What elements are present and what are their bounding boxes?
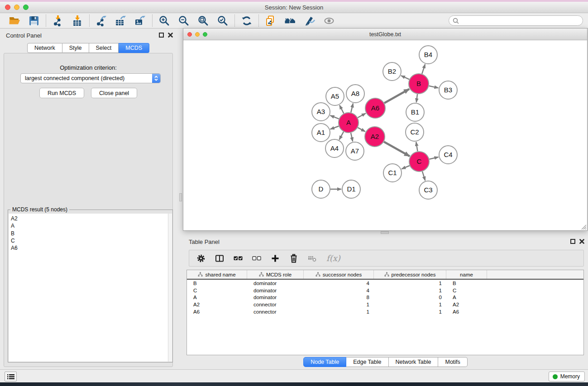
edge-A-A4[interactable] bbox=[339, 132, 344, 140]
network-minimize-button[interactable] bbox=[195, 32, 200, 37]
export-table-icon[interactable] bbox=[115, 15, 127, 27]
close-window-button[interactable] bbox=[5, 5, 10, 10]
node-B3[interactable]: B3 bbox=[439, 81, 457, 99]
node-A8[interactable]: A8 bbox=[346, 85, 364, 103]
column-header-name[interactable]: name bbox=[446, 270, 487, 279]
node-C3[interactable]: C3 bbox=[419, 181, 437, 199]
clone-network-icon[interactable] bbox=[265, 15, 277, 27]
horizontal-splitter-handle[interactable] bbox=[381, 231, 389, 234]
network-graph[interactable]: B4B2BB3A8A5A6A3B1AC2A1A2A4A7C4CC1C3DD1 bbox=[183, 40, 587, 230]
tab-motifs[interactable]: Motifs bbox=[438, 357, 467, 367]
edge-A-A2[interactable] bbox=[358, 128, 365, 132]
run-mcds-button[interactable]: Run MCDS bbox=[39, 88, 84, 98]
float-panel-icon[interactable] bbox=[159, 33, 164, 38]
neighbors-houses-icon[interactable] bbox=[284, 15, 296, 27]
tab-node-table[interactable]: Node Table bbox=[303, 357, 346, 367]
network-close-button[interactable] bbox=[187, 32, 192, 37]
hide-graphics-details-icon[interactable] bbox=[304, 15, 316, 27]
edge-A2-C[interactable] bbox=[384, 142, 410, 156]
node-C2[interactable]: C2 bbox=[406, 123, 424, 141]
zoom-selected-icon[interactable] bbox=[217, 15, 229, 27]
edge-A-A8[interactable] bbox=[351, 103, 353, 112]
result-list-scrollbar[interactable] bbox=[168, 214, 172, 362]
edge-A-A3[interactable] bbox=[330, 115, 339, 119]
node-C4[interactable]: C4 bbox=[439, 146, 457, 164]
node-A[interactable]: A bbox=[339, 113, 359, 133]
node-A4[interactable]: A4 bbox=[325, 139, 344, 157]
search-input[interactable] bbox=[461, 18, 579, 24]
open-file-icon[interactable] bbox=[9, 15, 20, 27]
node-A5[interactable]: A5 bbox=[326, 87, 344, 105]
node-B1[interactable]: B1 bbox=[406, 103, 424, 121]
edge-C-C2[interactable] bbox=[416, 142, 417, 152]
table-row[interactable]: Cdominator41C bbox=[187, 287, 583, 294]
refresh-layout-icon[interactable] bbox=[241, 15, 253, 27]
result-item[interactable]: C bbox=[11, 237, 168, 244]
edge-A-A6[interactable] bbox=[358, 113, 366, 118]
zoom-fit-icon[interactable] bbox=[197, 15, 209, 27]
node-B2[interactable]: B2 bbox=[383, 62, 401, 81]
edge-C-C4[interactable] bbox=[429, 157, 438, 159]
node-A6[interactable]: A6 bbox=[365, 98, 385, 118]
zoom-in-icon[interactable] bbox=[158, 15, 170, 27]
result-item[interactable]: A2 bbox=[11, 215, 168, 222]
vertical-splitter-handle[interactable] bbox=[179, 193, 182, 201]
edge-B-B3[interactable] bbox=[429, 86, 439, 88]
table-row[interactable]: Adominator80A bbox=[187, 294, 583, 301]
network-maximize-button[interactable] bbox=[203, 32, 207, 37]
import-table-icon[interactable] bbox=[72, 15, 83, 27]
tab-style[interactable]: Style bbox=[62, 43, 89, 53]
split-view-icon[interactable] bbox=[215, 254, 224, 263]
edge-B-B4[interactable] bbox=[422, 64, 425, 74]
node-B4[interactable]: B4 bbox=[419, 46, 437, 64]
delete-columns-trash-icon[interactable] bbox=[289, 254, 298, 263]
search-field[interactable] bbox=[449, 15, 583, 26]
float-table-panel-icon[interactable] bbox=[570, 239, 575, 244]
table-row[interactable]: A2connector11A2 bbox=[187, 301, 583, 308]
column-header-successor-nodes[interactable]: successor nodes bbox=[304, 270, 374, 279]
column-header-shared-name[interactable]: shared name bbox=[187, 270, 247, 279]
close-panel-button[interactable]: Close panel bbox=[91, 88, 137, 98]
deselect-all-icon[interactable] bbox=[252, 254, 261, 263]
tab-network-table[interactable]: Network Table bbox=[389, 357, 439, 367]
edge-A-A1[interactable] bbox=[330, 126, 339, 129]
zoom-out-icon[interactable] bbox=[178, 15, 190, 27]
edge-A-A5[interactable] bbox=[339, 105, 344, 114]
memory-button[interactable]: Memory bbox=[549, 372, 585, 381]
edge-A-A7[interactable] bbox=[351, 133, 353, 142]
maximize-window-button[interactable] bbox=[23, 5, 29, 10]
node-B[interactable]: B bbox=[409, 74, 429, 94]
table-row[interactable]: Bdominator41B bbox=[187, 280, 583, 287]
node-D1[interactable]: D1 bbox=[342, 180, 360, 198]
edge-B-B2[interactable] bbox=[401, 76, 409, 79]
import-network-icon[interactable] bbox=[52, 15, 64, 27]
network-canvas[interactable]: B4B2BB3A8A5A6A3B1AC2A1A2A4A7C4CC1C3DD1 bbox=[183, 40, 587, 230]
node-A7[interactable]: A7 bbox=[346, 142, 364, 160]
result-item[interactable]: A6 bbox=[11, 244, 168, 252]
edge-C-C3[interactable] bbox=[422, 172, 425, 181]
network-window-titlebar[interactable]: testGlobe.txt bbox=[183, 29, 587, 40]
node-A3[interactable]: A3 bbox=[312, 103, 330, 121]
save-session-icon[interactable] bbox=[28, 15, 40, 27]
table-row[interactable]: A6connector11A6 bbox=[187, 308, 583, 315]
edge-B-B1[interactable] bbox=[416, 94, 417, 102]
select-all-icon[interactable] bbox=[234, 254, 243, 263]
edge-C-C1[interactable] bbox=[402, 166, 410, 169]
tab-network[interactable]: Network bbox=[27, 43, 62, 53]
export-network-icon[interactable] bbox=[96, 15, 107, 27]
column-header-MCDS-role[interactable]: MCDS role bbox=[247, 270, 304, 279]
export-image-icon[interactable] bbox=[134, 15, 146, 27]
node-C1[interactable]: C1 bbox=[383, 164, 402, 182]
result-item[interactable]: A bbox=[11, 222, 168, 229]
node-C[interactable]: C bbox=[409, 152, 429, 172]
add-column-icon[interactable] bbox=[271, 254, 280, 263]
tab-select[interactable]: Select bbox=[89, 43, 119, 53]
edge-A6-B[interactable] bbox=[384, 89, 409, 103]
node-A1[interactable]: A1 bbox=[312, 124, 330, 142]
minimize-window-button[interactable] bbox=[14, 5, 19, 10]
close-panel-icon[interactable] bbox=[168, 33, 173, 38]
node-A2[interactable]: A2 bbox=[365, 127, 385, 147]
tab-edge-table[interactable]: Edge Table bbox=[346, 357, 388, 367]
show-panels-button[interactable] bbox=[5, 372, 17, 381]
column-header-predecessor-nodes[interactable]: predecessor nodes bbox=[374, 270, 446, 279]
